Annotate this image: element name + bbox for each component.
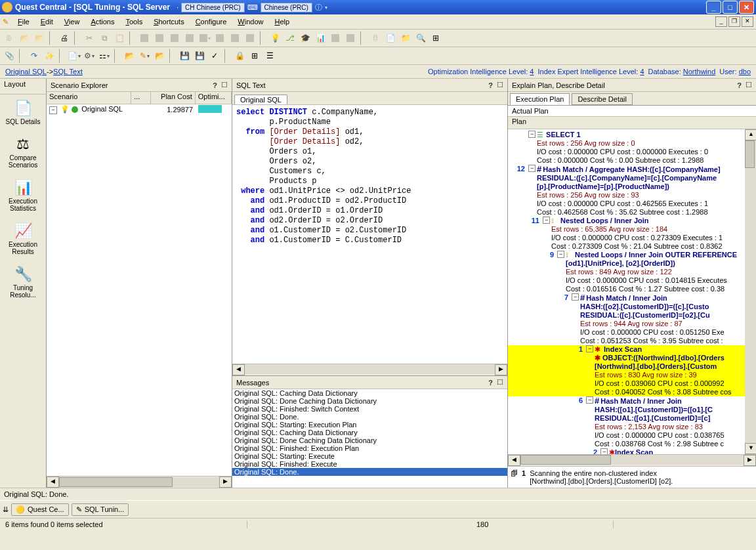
layout-compare-scenarios[interactable]: ⚖Compare Scenarios xyxy=(0,131,46,174)
message-item[interactable]: Original SQL: Finished: Execution Plan xyxy=(232,444,507,452)
breadcrumb-original-sql[interactable]: Original SQL xyxy=(5,68,47,75)
col-plan-cost[interactable]: Plan Cost xyxy=(151,92,196,104)
user-value[interactable]: dbo xyxy=(739,68,751,75)
search-icon[interactable] xyxy=(414,32,427,45)
saveall-icon[interactable] xyxy=(193,49,206,62)
layout-tuning-resolution[interactable]: 🔧Tuning Resolu... xyxy=(0,261,46,304)
help-icon[interactable]: ? xyxy=(488,81,493,89)
language-indicator-1[interactable]: CH Chinese (PRC) xyxy=(181,3,244,12)
tree-dd-icon[interactable]: ⚏ xyxy=(98,49,111,62)
help-icon[interactable]: ? xyxy=(213,81,217,89)
help-icon[interactable]: ? xyxy=(737,81,742,89)
oil-value[interactable]: 4 xyxy=(530,68,534,75)
message-item[interactable]: Original SQL: Done. xyxy=(232,413,507,421)
maximize-button[interactable]: □ xyxy=(723,1,738,14)
plan-icon[interactable] xyxy=(284,32,297,45)
help-icon[interactable]: ? xyxy=(488,379,493,387)
scroll-left-icon[interactable]: ◀ xyxy=(47,476,59,488)
wand-icon[interactable] xyxy=(43,49,56,62)
doc-icon[interactable] xyxy=(384,32,397,45)
close-icon[interactable]: ☐ xyxy=(497,81,503,89)
tab-original-sql[interactable]: Original SQL xyxy=(234,95,287,104)
grid-icon[interactable]: ⊞ xyxy=(248,49,261,62)
col-scenario[interactable]: Scenario xyxy=(47,92,131,104)
breadcrumb-sql-text[interactable]: SQL Text xyxy=(53,68,83,75)
col-dots[interactable]: ... xyxy=(131,92,150,104)
close-icon[interactable]: ☐ xyxy=(746,81,752,89)
help-icon[interactable]: ⓘ xyxy=(315,3,322,12)
save-icon[interactable] xyxy=(178,49,191,62)
dropdown-icon[interactable]: ▾ xyxy=(325,5,327,11)
mdi-restore-button[interactable]: ❐ xyxy=(728,16,740,27)
optimize-icon[interactable] xyxy=(268,32,282,45)
scroll-right-icon[interactable]: ▶ xyxy=(219,476,232,488)
menu-actions[interactable]: Actions xyxy=(85,16,119,27)
arrow-icon[interactable] xyxy=(28,49,41,62)
menu-tools[interactable]: Tools xyxy=(120,16,148,27)
xil-value[interactable]: 4 xyxy=(640,68,644,75)
task-sql-tuning[interactable]: ✎SQL Tunin... xyxy=(72,503,129,516)
message-item[interactable]: Original SQL: Done Caching Data Dictiona… xyxy=(232,436,507,444)
open3-icon[interactable] xyxy=(123,49,136,62)
tab-describe-detail[interactable]: Describe Detail xyxy=(572,93,633,105)
close-icon[interactable]: ☐ xyxy=(221,81,228,89)
check-icon[interactable]: ✓ xyxy=(208,49,221,62)
gear-dd-icon[interactable] xyxy=(83,49,96,62)
menu-help[interactable]: Help xyxy=(270,16,295,27)
close-icon[interactable]: ☐ xyxy=(497,378,503,387)
menu-view[interactable]: View xyxy=(59,16,85,27)
mdi-minimize-button[interactable]: _ xyxy=(715,16,727,27)
scroll-down-icon[interactable]: ▼ xyxy=(745,443,756,454)
message-item[interactable]: Original SQL: Finished: Switch Context xyxy=(232,405,507,413)
message-item[interactable]: Original SQL: Caching Data Dictionary xyxy=(232,389,507,397)
message-item[interactable]: Original SQL: Finished: Execute xyxy=(232,460,507,468)
messages-list[interactable]: Original SQL: Caching Data DictionaryOri… xyxy=(232,389,507,488)
db-value[interactable]: Northwind xyxy=(683,68,716,75)
message-item[interactable]: Original SQL: Done. xyxy=(232,468,507,476)
expert-icon[interactable] xyxy=(299,32,312,45)
task-toggle-icon[interactable]: ⇊ xyxy=(3,505,9,514)
props-icon[interactable]: ☰ xyxy=(263,49,276,62)
close-button[interactable]: ✕ xyxy=(739,1,754,14)
scenario-row[interactable]: − 💡 Original SQL 1.29877 xyxy=(47,104,232,115)
pen-dd-icon[interactable] xyxy=(138,49,151,62)
scroll-right-icon[interactable]: ▶ xyxy=(744,455,756,466)
scroll-right-icon[interactable]: ▶ xyxy=(495,364,507,375)
lock-icon[interactable] xyxy=(233,49,246,62)
save-folder-icon[interactable] xyxy=(153,49,166,62)
plan-hscroll[interactable]: ◀ ▶ xyxy=(508,454,756,466)
col-optimize[interactable]: Optimi... xyxy=(196,92,232,104)
language-indicator-2[interactable]: Chinese (PRC) xyxy=(261,3,312,12)
menu-shortcuts[interactable]: Shortcuts xyxy=(148,16,189,27)
sql-hscroll[interactable]: ◀ ▶ xyxy=(232,364,507,375)
message-item[interactable]: Original SQL: Done Caching Data Dictiona… xyxy=(232,397,507,405)
menu-configure[interactable]: Configure xyxy=(190,16,232,27)
folder-icon[interactable] xyxy=(399,32,412,45)
sql-editor[interactable]: select DISTINCT c.CompanyName, p.Product… xyxy=(232,105,507,364)
layout-execution-statistics[interactable]: 📊Execution Statistics xyxy=(0,174,46,217)
plan-tree[interactable]: −☰SELECT 1Est rows : 256 Avg row size : … xyxy=(508,129,745,454)
scenario-hscroll[interactable]: ◀ ▶ xyxy=(47,476,232,488)
layout-sql-details[interactable]: 📄SQL Details xyxy=(0,95,46,131)
collapse-icon[interactable]: − xyxy=(49,106,57,114)
scroll-left-icon[interactable]: ◀ xyxy=(508,455,520,466)
layout-execution-results[interactable]: 📈Execution Results xyxy=(0,217,46,261)
stats-icon[interactable] xyxy=(314,32,327,45)
doc-dd-icon[interactable] xyxy=(68,49,81,62)
window-icon[interactable]: ⊞ xyxy=(429,32,442,45)
clip-icon[interactable] xyxy=(3,49,16,62)
message-item[interactable]: Original SQL: Caching Data Dictionary xyxy=(232,429,507,436)
scroll-left-icon[interactable]: ◀ xyxy=(232,364,245,375)
message-item[interactable]: Original SQL: Starting: Execution Plan xyxy=(232,421,507,429)
menu-file[interactable]: FFileile xyxy=(12,16,35,27)
print-icon[interactable] xyxy=(58,32,71,45)
message-item[interactable]: Original SQL: Starting: Execute xyxy=(232,452,507,460)
plan-vscroll[interactable]: ▲ ▼ xyxy=(745,129,756,454)
tab-execution-plan[interactable]: Execution Plan xyxy=(510,93,570,105)
minimize-button[interactable]: _ xyxy=(706,1,721,14)
mdi-close-button[interactable]: ✕ xyxy=(742,16,753,27)
scroll-up-icon[interactable]: ▲ xyxy=(745,129,756,140)
task-quest-central[interactable]: 🟡Quest Ce... xyxy=(11,503,69,516)
menu-edit[interactable]: Edit xyxy=(35,16,58,27)
menu-window[interactable]: Window xyxy=(232,16,268,27)
